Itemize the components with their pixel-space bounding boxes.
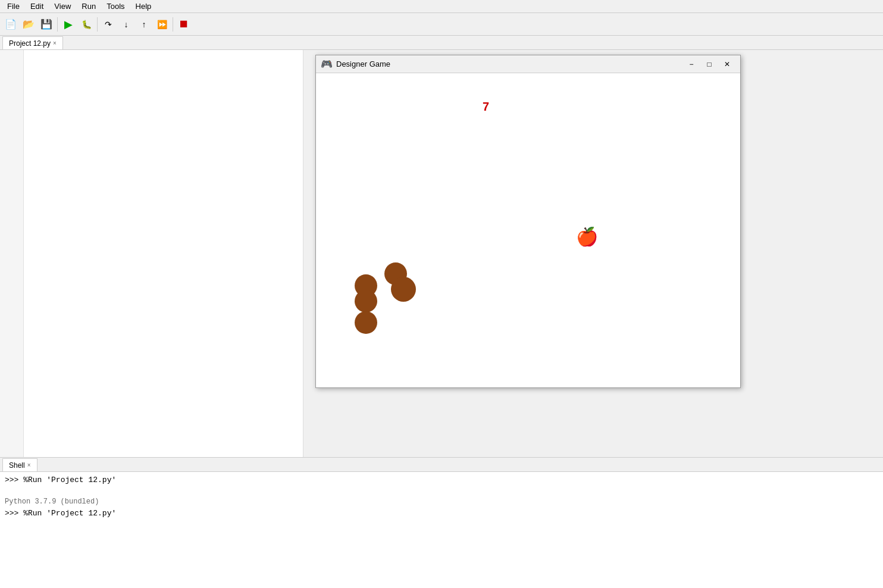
toolbar: 📄 📂 💾 ▶ 🐛 ↷ ↓ ↑ ⏩ ⏹ [0,13,883,36]
tab-label: Project 12.py [9,39,51,48]
shell-tab-label: Shell [9,461,25,470]
menubar: File Edit View Run Tools Help [0,0,883,13]
menu-run[interactable]: Run [77,1,101,12]
snake-circle-3 [391,277,416,302]
shell-tab-close[interactable]: × [27,462,31,468]
shell-python-info: Python 3.7.9 (bundled) [5,496,878,508]
step-over-btn[interactable]: ↷ [100,16,117,33]
file-tab[interactable]: Project 12.py × [2,36,63,49]
game-titlebar: 🎮 Designer Game − □ ✕ [316,55,740,73]
menu-view[interactable]: View [49,1,76,12]
open-file-btn[interactable]: 📂 [20,16,37,33]
shell-blank [5,487,878,492]
run-btn[interactable]: ▶ [60,16,77,33]
shell-line-2: >>> %Run 'Project 12.py' [5,508,878,520]
apple: 🍎 [576,226,598,247]
code-text[interactable] [24,50,303,457]
game-window[interactable]: 🎮 Designer Game − □ ✕ 7 [315,55,741,388]
stop-btn[interactable]: ⏹ [176,16,192,33]
snake-circle-5 [355,311,377,334]
game-minimize-btn[interactable]: − [683,58,700,71]
menu-edit[interactable]: Edit [26,1,48,12]
step-into-btn[interactable]: ↓ [118,16,134,33]
tab-bar: Project 12.py × [0,36,883,50]
shell-panel: Shell × >>> %Run 'Project 12.py' Python … [0,457,883,588]
shell-cmd-1: %Run 'Project 12.py' [23,476,116,484]
tab-close-btn[interactable]: × [53,40,57,46]
menu-tools[interactable]: Tools [102,1,129,12]
toolbar-sep-1 [57,17,58,32]
game-close-btn[interactable]: ✕ [719,58,735,71]
main-area: 🎮 Designer Game − □ ✕ 7 [0,50,883,588]
menu-file[interactable]: File [2,1,24,12]
line-numbers [0,50,24,457]
new-file-btn[interactable]: 📄 [2,16,19,33]
save-btn[interactable]: 💾 [38,16,55,33]
snake-circle-4 [355,290,377,312]
game-window-title: Designer Game [336,60,390,68]
code-editor[interactable] [0,50,303,457]
menu-help[interactable]: Help [131,1,156,12]
game-maximize-btn[interactable]: □ [701,58,718,71]
shell-cmd-2: %Run 'Project 12.py' [23,509,116,518]
debug-btn[interactable]: 🐛 [78,16,95,33]
shell-prompt-1: >>> [5,476,23,484]
shell-line-1: >>> %Run 'Project 12.py' [5,474,878,487]
shell-tab[interactable]: Shell × [2,458,37,471]
step-out-btn[interactable]: ↑ [136,16,152,33]
toolbar-sep-3 [173,17,173,32]
game-window-container: 🎮 Designer Game − □ ✕ 7 [303,50,883,457]
editor-area: 🎮 Designer Game − □ ✕ 7 [0,50,883,457]
shell-tabbar: Shell × [0,458,883,472]
score-display: 7 [483,100,489,114]
game-canvas: 7 🍎 [316,73,740,387]
toolbar-sep-2 [97,17,98,32]
game-titlebar-controls: − □ ✕ [683,58,735,71]
shell-content[interactable]: >>> %Run 'Project 12.py' Python 3.7.9 (b… [0,472,883,588]
resume-btn[interactable]: ⏩ [154,16,170,33]
game-window-icon: 🎮 [321,58,333,70]
shell-prompt-2: >>> [5,509,23,518]
